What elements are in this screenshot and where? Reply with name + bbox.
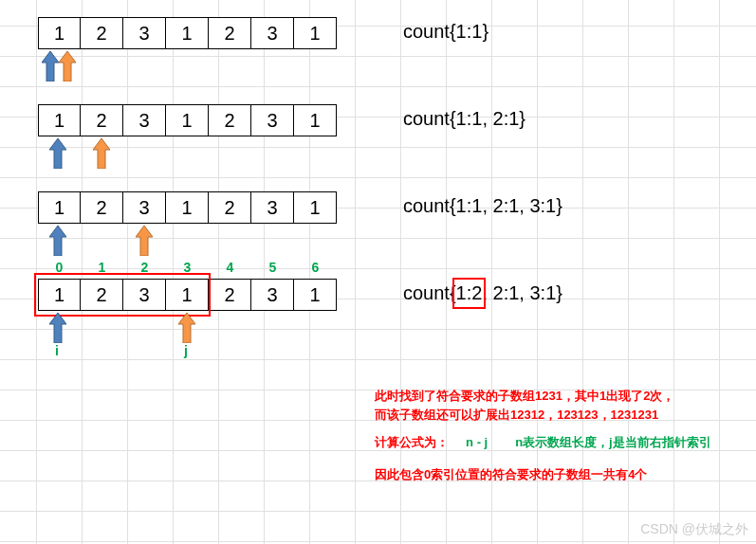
cell: 2 bbox=[81, 279, 123, 311]
cell: 3 bbox=[123, 104, 166, 136]
cell: 3 bbox=[123, 279, 166, 311]
count-pre: count{ bbox=[403, 282, 456, 304]
cell: 3 bbox=[123, 191, 166, 224]
pointer-j-arrow bbox=[136, 226, 155, 256]
count-hl-text: 1:2 bbox=[456, 282, 483, 303]
pointer-j-arrow bbox=[93, 138, 112, 169]
cell: 1 bbox=[38, 191, 81, 224]
index-labels: 0 1 2 3 4 5 6 bbox=[38, 260, 337, 275]
count-label-4: count{ 1:2 , 2:1, 3:1} bbox=[403, 279, 562, 304]
formula-desc: n表示数组长度，j是当前右指针索引 bbox=[515, 435, 711, 449]
formula-line: 计算公式为： n - j n表示数组长度，j是当前右指针索引 bbox=[375, 433, 711, 452]
cell: 1 bbox=[38, 17, 81, 49]
cell: 2 bbox=[209, 279, 251, 311]
count-label-2: count{1:1, 2:1} bbox=[403, 104, 526, 130]
cell: 3 bbox=[251, 17, 294, 49]
cell: 1 bbox=[294, 191, 337, 224]
step-row-1: 1 2 3 1 2 3 1 count{1:1} bbox=[38, 17, 756, 49]
pointer-i-arrow bbox=[49, 226, 68, 256]
idx: 3 bbox=[166, 260, 209, 275]
cell: 2 bbox=[209, 104, 251, 136]
ann-line2: 而该子数组还可以扩展出12312，123123，1231231 bbox=[375, 406, 711, 425]
idx: 4 bbox=[209, 260, 251, 275]
pointer-i-arrow bbox=[49, 138, 68, 169]
cell: 3 bbox=[251, 191, 294, 224]
pointer-i-label: i bbox=[55, 343, 59, 358]
cell: 3 bbox=[251, 104, 294, 136]
cell: 2 bbox=[81, 104, 123, 136]
cell: 1 bbox=[166, 279, 209, 311]
count-post: , 2:1, 3:1} bbox=[482, 282, 562, 304]
idx: 0 bbox=[38, 260, 81, 275]
pointer-j-arrow bbox=[178, 313, 197, 343]
cell: 3 bbox=[251, 279, 294, 311]
pointer-j-arrow bbox=[59, 51, 78, 82]
cell: 3 bbox=[123, 17, 166, 49]
cell: 1 bbox=[294, 17, 337, 49]
count-highlight: 1:2 bbox=[456, 282, 483, 304]
count-label-3: count{1:1, 2:1, 3:1} bbox=[403, 191, 562, 217]
cell: 1 bbox=[294, 104, 337, 136]
cell: 2 bbox=[209, 191, 251, 224]
idx: 5 bbox=[251, 260, 294, 275]
cell: 1 bbox=[166, 104, 209, 136]
array-2: 1 2 3 1 2 3 1 bbox=[38, 104, 337, 136]
cell: 1 bbox=[294, 279, 337, 311]
pointer-i-arrow bbox=[49, 313, 68, 343]
idx: 1 bbox=[81, 260, 123, 275]
array-1: 1 2 3 1 2 3 1 bbox=[38, 17, 337, 49]
cell: 1 bbox=[38, 279, 81, 311]
ann-line1: 此时找到了符合要求的子数组1231，其中1出现了2次， bbox=[375, 387, 711, 406]
count-label-1: count{1:1} bbox=[403, 17, 489, 43]
array-3: 1 2 3 1 2 3 1 bbox=[38, 191, 337, 224]
step-row-3: 1 2 3 1 2 3 1 count{1:1, 2:1, 3:1} bbox=[38, 191, 756, 224]
pointer-j-label: j bbox=[184, 343, 188, 358]
cell: 2 bbox=[81, 17, 123, 49]
conclusion: 因此包含0索引位置的符合要求的子数组一共有4个 bbox=[375, 465, 711, 484]
pointer-i-arrow bbox=[42, 51, 61, 82]
cell: 1 bbox=[166, 17, 209, 49]
step-row-4: 0 1 2 3 4 5 6 1 2 3 1 2 3 1 i j bbox=[38, 279, 756, 311]
idx: 2 bbox=[123, 260, 166, 275]
cell: 2 bbox=[81, 191, 123, 224]
cell: 1 bbox=[166, 191, 209, 224]
annotations: 此时找到了符合要求的子数组1231，其中1出现了2次， 而该子数组还可以扩展出1… bbox=[375, 387, 711, 483]
cell: 2 bbox=[209, 17, 251, 49]
formula: n - j bbox=[466, 435, 488, 449]
idx: 6 bbox=[294, 260, 337, 275]
cell: 1 bbox=[38, 104, 81, 136]
watermark: CSDN @伏城之外 bbox=[640, 521, 748, 538]
step-row-2: 1 2 3 1 2 3 1 count{1:1, 2:1} bbox=[38, 104, 756, 136]
formula-label: 计算公式为： bbox=[375, 435, 449, 449]
array-4: 0 1 2 3 4 5 6 1 2 3 1 2 3 1 i j bbox=[38, 279, 337, 311]
